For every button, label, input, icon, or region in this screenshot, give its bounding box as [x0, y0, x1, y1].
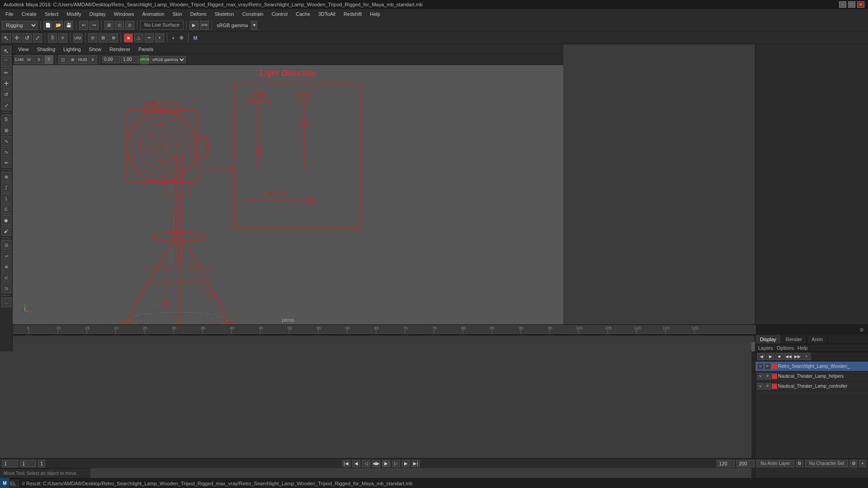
render-button[interactable]: ▶: [189, 21, 198, 30]
redo-button[interactable]: ↪: [90, 21, 99, 30]
layer-vis-1[interactable]: V: [757, 373, 764, 380]
char-set-add-icon[interactable]: +: [859, 460, 866, 467]
minimize-button[interactable]: −: [839, 1, 846, 8]
layer-stop-btn[interactable]: ■: [775, 353, 783, 360]
face-mode-button[interactable]: △: [134, 33, 143, 42]
vertex-mode-button[interactable]: •: [155, 33, 164, 42]
tab-anim[interactable]: Anim: [807, 335, 828, 344]
skip-to-end-button[interactable]: ▶|: [412, 460, 420, 467]
layer-add-btn[interactable]: +: [802, 353, 811, 360]
snap-live-button[interactable]: ⊗: [109, 33, 118, 42]
snap-surface-button[interactable]: ⊞: [99, 33, 108, 42]
ep-curve-left[interactable]: ∿: [1, 147, 11, 157]
viewport-menu-renderer[interactable]: Renderer: [106, 46, 134, 53]
ipr-button[interactable]: IPR: [200, 21, 209, 30]
layer-row-0[interactable]: V P Retro_Searchlight_Lamp_Wooden_: [755, 361, 868, 371]
paint-select-tool[interactable]: ✏: [1, 68, 11, 78]
snap-curve-button[interactable]: ⊂: [115, 21, 124, 30]
layer-row-1[interactable]: V P Nautical_Theater_Lamp_helpers: [755, 371, 868, 381]
pencil-left[interactable]: ✏: [1, 158, 11, 168]
menu-file[interactable]: File: [2, 10, 17, 18]
menu-constrain[interactable]: Constrain: [239, 10, 267, 18]
paint-weight-tool[interactable]: 🖌: [1, 226, 11, 236]
no-character-set-label[interactable]: No Character Set: [805, 460, 848, 467]
new-file-button[interactable]: 📄: [43, 21, 52, 30]
show-manip-tool[interactable]: ⊙: [1, 240, 11, 250]
step-back-button[interactable]: ◀: [352, 460, 360, 467]
skip-to-start-button[interactable]: |◀: [342, 460, 350, 467]
vp-xray-btn[interactable]: X: [88, 55, 97, 64]
vp-camera-btn[interactable]: CAM: [14, 55, 24, 64]
range-end-field[interactable]: [736, 460, 755, 467]
menu-create[interactable]: Create: [18, 10, 40, 18]
close-button[interactable]: ✕: [857, 1, 864, 8]
prev-key-button[interactable]: ◁: [362, 460, 370, 467]
undo-button[interactable]: ↩: [79, 21, 88, 30]
layer-p-2[interactable]: P: [764, 383, 771, 389]
snap-grid-button[interactable]: ⊞: [104, 21, 113, 30]
menu-skin[interactable]: Skin: [169, 10, 185, 18]
anim-layer-settings-icon[interactable]: ⚙: [796, 460, 803, 467]
vp-val-field[interactable]: [102, 56, 120, 63]
layer-prev-btn[interactable]: ◀: [757, 353, 765, 360]
viewport-menu-shading[interactable]: Shading: [33, 46, 59, 53]
sculpt-tool[interactable]: ◉: [1, 215, 11, 225]
layer-vis-2[interactable]: V: [757, 383, 764, 389]
ik-spline[interactable]: ⤵: [1, 193, 11, 203]
layers-sub-help[interactable]: Help: [797, 345, 808, 351]
viewport-menu-panels[interactable]: Panels: [135, 46, 157, 53]
vp-gamma-toggle[interactable]: sRGB: [140, 55, 149, 64]
deform-tool[interactable]: ⤻: [1, 251, 11, 261]
joint-tool[interactable]: ⊗: [1, 172, 11, 182]
vp-smooth-btn[interactable]: S: [34, 55, 43, 64]
select-tool-button[interactable]: ↖: [2, 33, 11, 42]
next-key-button[interactable]: ▷: [392, 460, 400, 467]
wrap-tool[interactable]: ⊂: [1, 272, 11, 282]
layer-vis-0[interactable]: V: [757, 363, 764, 370]
extra-tool[interactable]: …: [1, 297, 11, 307]
menu-redshift[interactable]: Redshift: [340, 10, 365, 18]
char-set-settings-icon[interactable]: ⚙: [850, 460, 857, 467]
viewport-menu-show[interactable]: Show: [85, 46, 105, 53]
layer-p-1[interactable]: P: [764, 373, 771, 380]
current-frame-field[interactable]: [20, 460, 36, 467]
menu-skeleton[interactable]: Skeleton: [211, 10, 238, 18]
layer-next-btn[interactable]: ▶▶: [793, 353, 802, 360]
play-forward-button[interactable]: ▶: [382, 460, 390, 467]
rotate-tool-left[interactable]: ↺: [1, 89, 11, 99]
layer-row-2[interactable]: V P Nautical_Theater_Lamp_controller: [755, 381, 868, 391]
layers-sub-layers[interactable]: Layers: [758, 345, 773, 351]
universal-manip-button[interactable]: UNI: [73, 33, 82, 42]
blend-shape[interactable]: ⊃: [1, 283, 11, 293]
menu-animation[interactable]: Animation: [138, 10, 168, 18]
menu-select[interactable]: Select: [41, 10, 62, 18]
vp-hud-btn[interactable]: HUD: [78, 55, 87, 64]
scale-tool-button[interactable]: ⤢: [33, 33, 42, 42]
viewport-menu-lighting[interactable]: Lighting: [60, 46, 85, 53]
nonlinear-deform[interactable]: ≋: [1, 262, 11, 272]
move-tool-left[interactable]: ✛: [1, 79, 11, 89]
ik-handle[interactable]: ⤴: [1, 183, 11, 192]
component-mode-button[interactable]: ■: [124, 33, 133, 42]
vp-wire-btn[interactable]: W: [24, 55, 33, 64]
vp-texture-btn[interactable]: T: [44, 55, 53, 64]
current-frame-start[interactable]: [2, 460, 18, 467]
timeline[interactable]: 0 5 10 15 20 25 30 35 40 45 50 55 60: [0, 324, 756, 334]
snap-point-button[interactable]: ⊙: [125, 21, 134, 30]
no-live-surface-label[interactable]: No Live Surface: [140, 21, 184, 30]
soft-select-button[interactable]: S: [48, 33, 57, 42]
viewport-menu-view[interactable]: View: [14, 46, 33, 53]
vp-color-select[interactable]: sRGB gamma: [150, 56, 186, 63]
layer-panel-icon[interactable]: ⚙: [858, 326, 865, 333]
vp-val-field2[interactable]: [121, 56, 139, 63]
snap-align-button[interactable]: ⊝: [88, 33, 97, 42]
tab-display[interactable]: Display: [755, 335, 781, 344]
select-tool-left[interactable]: ↖: [1, 46, 11, 56]
rotate-tool-button[interactable]: ↺: [23, 33, 32, 42]
menu-help[interactable]: Help: [366, 10, 384, 18]
symmetry-button[interactable]: ≡: [58, 33, 67, 42]
play-back-button[interactable]: ◀▶: [372, 460, 380, 467]
edge-mode-button[interactable]: ━: [145, 33, 154, 42]
scale-tool-left[interactable]: ⤢: [1, 100, 11, 110]
menu-windows[interactable]: Windows: [110, 10, 138, 18]
